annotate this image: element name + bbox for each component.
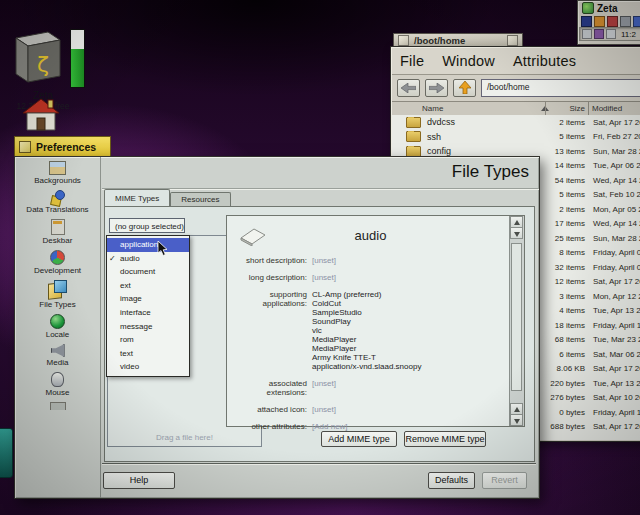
file-row[interactable]: ssh5 itemsFri, Feb 27 2004: [392, 130, 640, 145]
field-value[interactable]: [unset]: [312, 379, 336, 397]
group-popup-menu: application✓audiodocumentextimageinterfa…: [106, 235, 190, 377]
app-icon[interactable]: [581, 16, 592, 27]
back-button[interactable]: [397, 79, 420, 97]
file-modified: Sat, Feb 10 2001: [585, 190, 640, 199]
file-modified: Wed, Apr 14 2004: [585, 176, 640, 185]
deskbar-icon: [51, 219, 65, 235]
mime-type-info-panel: audio short description:[unset]long desc…: [226, 215, 525, 427]
app-icon[interactable]: [594, 16, 605, 27]
file-modified: Sun, Mar 28 2004: [585, 147, 640, 156]
field-label: other attributes:: [229, 422, 307, 431]
menu-item-image[interactable]: image: [107, 292, 189, 306]
path-field[interactable]: /boot/home: [481, 79, 640, 97]
sidebar-item-locale[interactable]: Locale: [15, 314, 100, 339]
file-types-panel: File Types MIME TypesResources (no group…: [102, 157, 539, 498]
menu-item-interface[interactable]: interface: [107, 306, 189, 320]
data-translations-icon: [51, 190, 65, 204]
scroll-down-icon[interactable]: [510, 227, 523, 239]
scrollbar-thumb[interactable]: [511, 243, 522, 391]
menu-file[interactable]: File: [400, 53, 424, 69]
file-name: dvdcss: [427, 117, 455, 127]
mime-types-tab-content: (no group selected) Drag a file here! ap…: [104, 206, 535, 462]
mime-type-name: audio: [257, 228, 484, 243]
file-row[interactable]: dvdcss2 itemsSat, Apr 17 2004: [392, 115, 640, 130]
file-size: 4 items: [544, 306, 585, 315]
sidebar-item-mouse[interactable]: Mouse: [15, 372, 100, 397]
file-size: 25 items: [544, 234, 585, 243]
menu-item-ext[interactable]: ext: [107, 279, 189, 293]
up-arrow-icon: [459, 81, 471, 94]
app-icon[interactable]: [620, 16, 631, 27]
preferences-title-tab[interactable]: Preferences: [14, 136, 111, 157]
file-modified: Sun, Mar 28 2004: [585, 234, 640, 243]
menu-item-document[interactable]: document: [107, 265, 189, 279]
field-value: CL-Amp (preferred)ColdCutSampleStudioSou…: [312, 290, 421, 371]
close-icon[interactable]: [19, 141, 31, 153]
menu-item-video[interactable]: video: [107, 360, 189, 374]
app-icon[interactable]: [607, 16, 618, 27]
group-selector-field[interactable]: (no group selected): [109, 218, 185, 233]
sidebar-item-media[interactable]: Media: [15, 344, 100, 367]
tray-icon[interactable]: [606, 29, 616, 39]
sidebar-item-development[interactable]: Development: [15, 250, 100, 275]
defaults-button[interactable]: Defaults: [428, 472, 475, 489]
menu-attributes[interactable]: Attributes: [513, 53, 576, 69]
supporting-app: vlc: [312, 326, 421, 335]
up-button[interactable]: [453, 79, 476, 97]
column-name[interactable]: Name: [422, 104, 443, 113]
menu-item-audio[interactable]: ✓audio: [107, 252, 189, 266]
tracker-column-headers[interactable]: Name Size Modified: [392, 101, 640, 116]
preferences-sidebar: BackgroundsData TranslationsDeskbarDevel…: [15, 157, 101, 498]
sidebar-item-data-translations[interactable]: Data Translations: [15, 190, 100, 214]
folder-icon: [406, 117, 421, 128]
volume-usage-bar: [70, 29, 85, 88]
menu-item-rom[interactable]: rom: [107, 333, 189, 347]
zoom-icon[interactable]: [507, 35, 518, 46]
tab-resources[interactable]: Resources: [170, 192, 230, 206]
menu-item-text[interactable]: text: [107, 347, 189, 361]
tray-clock[interactable]: 11:2: [621, 30, 636, 39]
supporting-app: SoundPlay: [312, 317, 421, 326]
sidebar-item-backgrounds[interactable]: Backgrounds: [15, 161, 100, 185]
file-modified: Tue, Mar 23 2004: [585, 335, 640, 344]
field-value[interactable]: [unset]: [312, 273, 336, 282]
sidebar-partial-icon: [50, 402, 66, 410]
file-modified: Friday, April 16 20: [585, 408, 640, 417]
tab-mime-types[interactable]: MIME Types: [104, 189, 170, 206]
file-size: 6 items: [544, 350, 585, 359]
app-icon[interactable]: [633, 16, 640, 27]
menu-item-message[interactable]: message: [107, 320, 189, 334]
close-icon[interactable]: [398, 35, 409, 46]
help-button[interactable]: Help: [103, 472, 175, 489]
file-size: 688 bytes: [544, 422, 585, 431]
forward-button[interactable]: [425, 79, 448, 97]
field-value[interactable]: [unset]: [312, 256, 336, 265]
folder-icon: [406, 131, 421, 142]
file-modified: Sat, Apr 10 2004: [585, 393, 640, 402]
column-modified[interactable]: Modified: [592, 104, 622, 113]
field-row: attached icon:[unset]: [229, 405, 506, 414]
menu-window[interactable]: Window: [442, 53, 495, 69]
tray-icon[interactable]: [582, 29, 592, 39]
sidebar-item-file-types[interactable]: File Types: [15, 280, 100, 309]
supporting-app: Army Knife TTE-T: [312, 353, 421, 362]
background-window-edge: [0, 428, 13, 478]
remove-mime-type-button[interactable]: Remove MIME type: [404, 431, 486, 447]
field-row: supporting applications:CL-Amp (preferre…: [229, 290, 506, 371]
home-folder-icon[interactable]: [20, 96, 62, 138]
scroll-down-icon[interactable]: [510, 414, 523, 426]
file-modified: Sat, Mar 06 2004: [585, 350, 640, 359]
deskbar-menu[interactable]: Zeta: [578, 1, 640, 15]
field-value[interactable]: [Add new]: [312, 422, 348, 431]
field-value[interactable]: [unset]: [312, 405, 336, 414]
info-scrollbar[interactable]: [509, 216, 524, 426]
locale-icon: [50, 314, 65, 329]
column-size[interactable]: Size: [547, 104, 585, 113]
revert-button[interactable]: Revert: [482, 472, 527, 489]
sidebar-item-deskbar[interactable]: Deskbar: [15, 219, 100, 245]
tracker-title-tab[interactable]: /boot/home: [393, 33, 523, 47]
menu-item-application[interactable]: application: [107, 238, 189, 252]
tray-icon[interactable]: [594, 29, 604, 39]
supporting-app: CL-Amp (preferred): [312, 290, 421, 299]
add-mime-type-button[interactable]: Add MIME type: [321, 431, 397, 447]
